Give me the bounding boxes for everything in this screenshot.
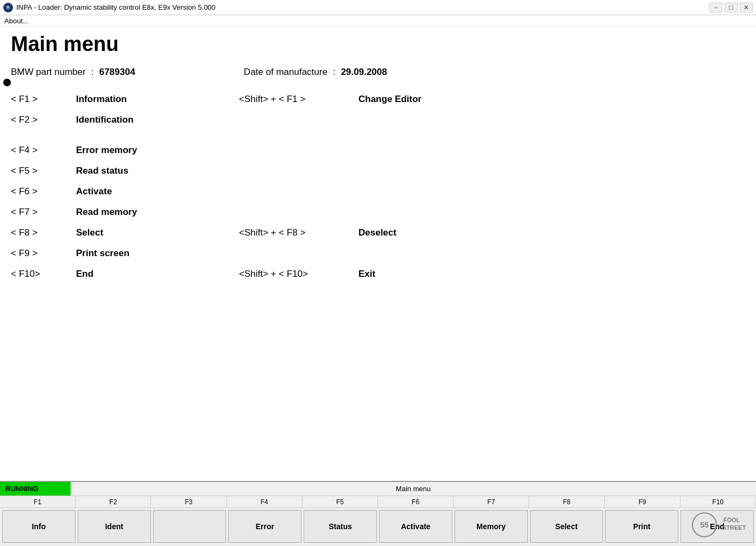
fkey-label-f3: F3 <box>151 496 226 507</box>
menu-row: < F9 >Print screen <box>11 248 745 259</box>
fkey-label-f7: F7 <box>453 496 529 507</box>
right-key-label: <Shift> + < F10> <box>239 269 358 280</box>
bottom-bar: RUNNING Main menu F1F2F3F4F5F6F7F8F9F10 … <box>0 481 756 546</box>
right-menu-label: Change Editor <box>358 94 421 105</box>
bmw-part-info: BMW part number : 6789304 <box>11 67 135 78</box>
fkey-label-f4: F4 <box>227 496 303 507</box>
fkey-label-f2: F2 <box>75 496 151 507</box>
fkey-label-f10: F10 <box>681 496 756 507</box>
key-label: < F5 > <box>11 166 76 176</box>
menu-label: Identification <box>76 115 134 125</box>
bmw-part-colon: : <box>91 67 94 78</box>
status-center-text: Main menu <box>71 485 756 493</box>
menu-label: Activate <box>76 186 112 197</box>
about-menu[interactable]: About... <box>4 17 29 25</box>
bmw-logo: B <box>3 3 13 12</box>
fkey-label-f1: F1 <box>0 496 75 507</box>
minimize-button[interactable]: − <box>709 3 722 12</box>
fkey-button-error[interactable]: Error <box>228 510 301 543</box>
fkey-label-f9: F9 <box>605 496 681 507</box>
menu-label: Read memory <box>76 207 137 218</box>
running-indicator: RUNNING <box>0 482 71 496</box>
svg-text:STREET: STREET <box>722 524 746 531</box>
right-key-label: <Shift> + < F1 > <box>239 94 358 105</box>
fkey-button-select[interactable]: Select <box>530 510 603 543</box>
window-title: INPA - Loader: Dynamic stability control… <box>16 3 216 11</box>
menu-items: < F1 >Information<Shift> + < F1 >Change … <box>11 94 745 280</box>
content-area: Main menu BMW part number : 6789304 Date… <box>0 27 756 481</box>
close-button[interactable]: ✕ <box>740 3 753 12</box>
fkey-button-ident[interactable]: Ident <box>78 510 151 543</box>
bullet-indicator <box>3 79 11 86</box>
window-controls[interactable]: − □ ✕ <box>709 3 753 12</box>
menu-row: < F2 >Identification <box>11 115 745 125</box>
bmw-part-label: BMW part number <box>11 67 86 78</box>
menu-row: < F4 >Error memory <box>11 145 745 156</box>
menu-label: Information <box>76 94 127 105</box>
fkey-buttons[interactable]: InfoIdentErrorStatusActivateMemorySelect… <box>0 508 756 545</box>
menu-row: < F1 >Information<Shift> + < F1 >Change … <box>11 94 745 105</box>
page-title: Main menu <box>11 33 745 56</box>
key-label: < F6 > <box>11 186 76 197</box>
fkey-button-memory[interactable]: Memory <box>455 510 528 543</box>
menu-label: End <box>76 269 93 280</box>
bmw-part-value: 6789304 <box>99 67 135 78</box>
fkey-button-empty-2 <box>153 510 226 543</box>
svg-text:FOOL: FOOL <box>723 517 740 523</box>
logo-watermark: 55 FOOL STREET <box>685 510 751 539</box>
menu-row: < F6 >Activate <box>11 186 745 197</box>
menu-label: Select <box>76 227 103 238</box>
menu-row: < F10>End<Shift> + < F10>Exit <box>11 269 745 280</box>
menu-bar: About... <box>0 15 756 27</box>
right-menu-label: Exit <box>358 269 375 280</box>
dom-value: 29.09.2008 <box>341 67 387 78</box>
right-menu-label: Deselect <box>358 227 396 238</box>
fkey-button-activate[interactable]: Activate <box>379 510 452 543</box>
fkey-button-print[interactable]: Print <box>605 510 678 543</box>
menu-row: < F5 >Read status <box>11 166 745 176</box>
dom-label: Date of manufacture <box>244 67 327 78</box>
fkey-labels: F1F2F3F4F5F6F7F8F9F10 <box>0 496 756 508</box>
key-label: < F7 > <box>11 207 76 218</box>
fkey-label-f5: F5 <box>303 496 378 507</box>
key-label: < F9 > <box>11 248 76 259</box>
menu-label: Print screen <box>76 248 129 259</box>
key-label: < F4 > <box>11 145 76 156</box>
key-label: < F10> <box>11 269 76 280</box>
fkey-label-f8: F8 <box>529 496 604 507</box>
title-bar: B INPA - Loader: Dynamic stability contr… <box>0 0 756 15</box>
svg-text:55: 55 <box>700 520 709 529</box>
menu-label: Error memory <box>76 145 137 156</box>
fkey-button-info[interactable]: Info <box>2 510 75 543</box>
right-key-label: <Shift> + < F8 > <box>239 227 358 238</box>
maximize-button[interactable]: □ <box>724 3 738 12</box>
title-bar-left: B INPA - Loader: Dynamic stability contr… <box>3 3 216 12</box>
menu-row: < F7 >Read memory <box>11 207 745 218</box>
key-label: < F1 > <box>11 94 76 105</box>
fkey-label-f6: F6 <box>378 496 453 507</box>
fkey-button-status[interactable]: Status <box>304 510 377 543</box>
key-label: < F8 > <box>11 227 76 238</box>
dom-colon: : <box>333 67 336 78</box>
status-bar: RUNNING Main menu <box>0 482 756 496</box>
info-row: BMW part number : 6789304 Date of manufa… <box>11 67 745 78</box>
menu-label: Read status <box>76 166 128 176</box>
key-label: < F2 > <box>11 115 76 125</box>
dom-info: Date of manufacture : 29.09.2008 <box>244 67 387 78</box>
menu-row: < F8 >Select<Shift> + < F8 >Deselect <box>11 227 745 238</box>
